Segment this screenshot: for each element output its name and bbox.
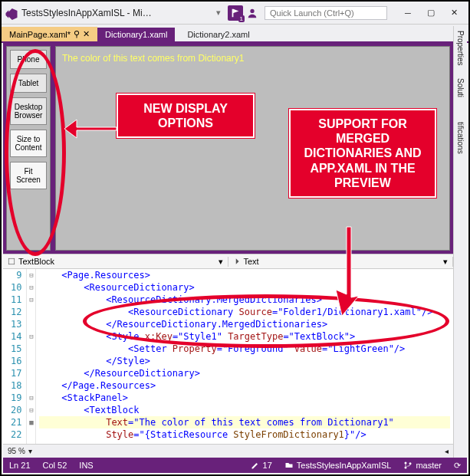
zoom-value: 95 % — [8, 447, 25, 455]
line-gutter: 910111213141516171819202122 — [3, 269, 27, 444]
code-line[interactable]: <Setter Property="Foreground" Value="Lig… — [39, 343, 450, 355]
quick-launch-input[interactable] — [265, 6, 387, 20]
svg-point-2 — [405, 462, 407, 465]
minimize-button[interactable]: ─ — [396, 5, 419, 21]
code-line[interactable]: <Page.Resources> — [39, 269, 450, 281]
right-tool-panel: Properties Soluti tifications — [453, 26, 467, 473]
element-type-dropdown[interactable]: TextBlock ▾ — [3, 257, 228, 267]
git-branch[interactable]: master — [403, 461, 442, 470]
device-btn-desktop-browser[interactable]: Desktop Browser — [10, 97, 47, 125]
svg-point-3 — [405, 467, 407, 469]
code-line[interactable]: Style="{StaticResource StyleFromDictiona… — [39, 428, 450, 441]
device-btn-phone[interactable]: Phone — [10, 50, 47, 69]
code-line[interactable]: <Style x:Key="Style1" TargetType="TextBl… — [39, 330, 450, 343]
status-bar: Ln 21 Col 52 INS 17 TestsStylesInAppXamI… — [3, 458, 467, 473]
code-line[interactable]: Text="The color of this text comes from … — [39, 416, 450, 428]
code-body[interactable]: <Page.Resources> <ResourceDictionary> <R… — [36, 269, 453, 444]
code-line[interactable]: <ResourceDictionary Source="Folder1/Dict… — [39, 306, 450, 318]
code-line[interactable]: <ResourceDictionary.MergedDictionaries> — [39, 294, 450, 306]
status-col: Col 52 — [43, 461, 67, 470]
nav-down-icon[interactable]: ▾ — [212, 7, 225, 19]
preview-text: The color of this text comes from Dictio… — [62, 53, 443, 64]
code-line[interactable]: </Style> — [39, 355, 450, 367]
panel-solution[interactable]: Soluti — [455, 75, 465, 100]
code-line[interactable]: </ResourceDictionary.MergedDictionaries> — [39, 318, 450, 330]
tab-label: Dictionary1.xaml — [105, 30, 167, 39]
project-name[interactable]: TestsStylesInAppXamISL — [284, 461, 392, 470]
scroll-left-icon[interactable]: ◂ — [445, 447, 449, 455]
status-line: Ln 21 — [9, 461, 31, 470]
device-btn-fit-screen[interactable]: Fit Screen — [10, 162, 47, 189]
chevron-down-icon[interactable]: ▾ — [28, 447, 32, 455]
preview-canvas: The color of this text comes from Dictio… — [55, 46, 450, 251]
chevron-down-icon: ▾ — [219, 257, 223, 267]
tab-label: Dictionary2.xaml — [187, 30, 249, 39]
code-editor[interactable]: 910111213141516171819202122 ⊟⊟⊟⊟⊟⊟■ <Pag… — [3, 269, 453, 444]
tab-label: MainPage.xaml* — [9, 30, 71, 39]
notification-flag-icon[interactable]: 1 — [228, 5, 243, 21]
element-selector-bar: TextBlock ▾ Text ▾ — [3, 254, 453, 269]
code-line[interactable]: <TextBlock — [39, 404, 450, 416]
notification-badge: 1 — [238, 15, 245, 22]
xaml-preview: PhoneTabletDesktop BrowserSize to Conten… — [3, 43, 453, 254]
tab-dictionary1[interactable]: Dictionary1.xaml — [97, 28, 175, 41]
zoom-bar[interactable]: 95 % ▾ ◂ — [3, 444, 453, 458]
titlebar: TestsStylesInAppXamISL - Micr... ▾ 1 ─ ▢… — [2, 2, 468, 25]
property-dropdown[interactable]: Text ▾ — [228, 257, 454, 267]
editor-area: PhoneTabletDesktop BrowserSize to Conten… — [3, 43, 453, 458]
close-button[interactable]: ✕ — [442, 5, 465, 21]
device-btn-tablet[interactable]: Tablet — [10, 74, 47, 93]
svg-point-4 — [409, 462, 412, 465]
device-btn-size-to-content[interactable]: Size to Content — [10, 130, 47, 157]
panel-notifications[interactable]: tifications — [455, 119, 465, 157]
pin-icon[interactable]: ⚲ — [74, 29, 80, 39]
property-name: Text — [244, 257, 259, 266]
svg-point-0 — [250, 8, 254, 12]
account-icon[interactable] — [246, 7, 258, 19]
chevron-down-icon: ▾ — [443, 257, 448, 267]
element-type: TextBlock — [18, 257, 54, 266]
window-title: TestsStylesInAppXamISL - Micr... — [21, 8, 152, 18]
device-options: PhoneTabletDesktop BrowserSize to Conten… — [6, 46, 51, 251]
svg-rect-1 — [8, 258, 15, 264]
fold-gutter[interactable]: ⊟⊟⊟⊟⊟⊟■ — [27, 269, 36, 444]
status-ins: INS — [79, 461, 93, 470]
code-line[interactable]: </Page.Resources> — [39, 379, 450, 392]
pending-changes[interactable]: 17 — [251, 461, 272, 470]
panel-unknown[interactable] — [460, 107, 462, 113]
code-line[interactable]: </ResourceDictionary> — [39, 367, 450, 379]
code-line[interactable]: <StackPanel> — [39, 392, 450, 404]
sync-icon[interactable]: ⟳ — [454, 461, 461, 471]
code-line[interactable]: <ResourceDictionary> — [39, 281, 450, 294]
document-tabstrip: MainPage.xaml* ⚲ ✕ Dictionary1.xaml Dict… — [2, 25, 468, 43]
vs-logo-icon — [5, 6, 18, 20]
panel-properties[interactable]: Properties — [455, 28, 465, 69]
tab-mainpage[interactable]: MainPage.xaml* ⚲ ✕ — [2, 27, 97, 41]
tab-dictionary2[interactable]: Dictionary2.xaml — [179, 28, 257, 41]
maximize-button[interactable]: ▢ — [419, 5, 442, 21]
close-icon[interactable]: ✕ — [83, 29, 90, 39]
